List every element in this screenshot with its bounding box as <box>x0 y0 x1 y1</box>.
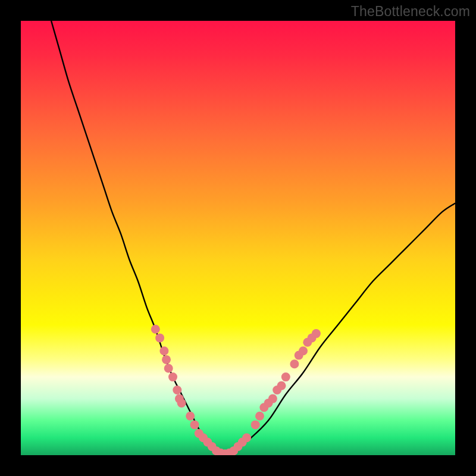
data-marker <box>168 372 177 381</box>
data-marker <box>299 346 308 355</box>
marker-group <box>151 325 321 455</box>
watermark-text: TheBottleneck.com <box>351 4 470 20</box>
data-marker <box>242 433 251 442</box>
data-marker <box>277 381 286 390</box>
chart-frame: TheBottleneck.com <box>0 0 476 476</box>
bottleneck-curve <box>51 21 455 455</box>
data-marker <box>268 394 277 403</box>
plot-area <box>21 21 455 455</box>
chart-svg <box>21 21 455 455</box>
data-marker <box>155 333 164 342</box>
data-marker <box>290 359 299 368</box>
data-marker <box>173 386 181 394</box>
data-marker <box>186 412 195 421</box>
data-marker <box>190 420 199 429</box>
data-marker <box>251 420 260 429</box>
data-marker <box>162 355 171 364</box>
data-marker <box>281 372 290 381</box>
data-marker <box>151 325 160 334</box>
data-marker <box>177 399 186 408</box>
data-marker <box>159 346 168 355</box>
curve-line <box>51 21 455 455</box>
data-marker <box>255 412 264 421</box>
data-marker <box>312 329 321 338</box>
data-marker <box>164 364 173 373</box>
